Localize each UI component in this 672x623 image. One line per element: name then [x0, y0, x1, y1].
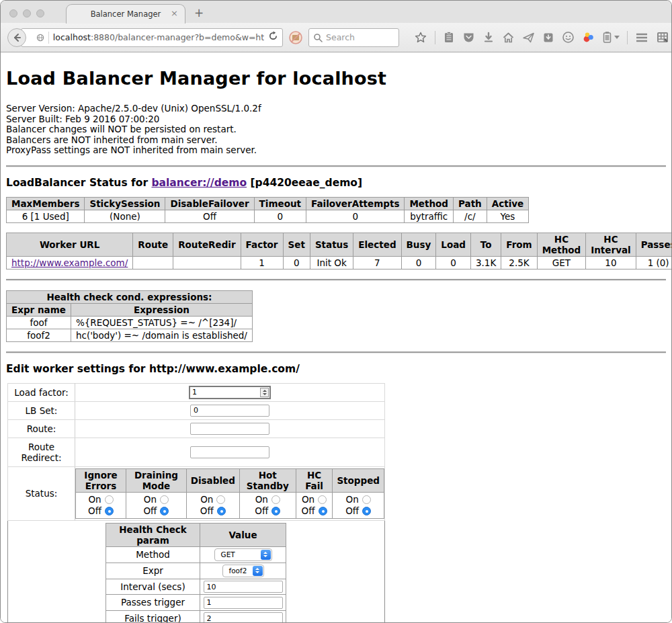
ignore-errors-off-radio[interactable] [105, 507, 114, 515]
route-redirect-input[interactable] [190, 446, 269, 458]
stopped-on-radio[interactable] [362, 495, 371, 504]
loadbalancer-status-heading: LoadBalancer Status for balancer://demo … [6, 177, 666, 189]
col-from: From [501, 233, 537, 256]
home-icon[interactable] [502, 32, 515, 44]
clipboard-icon[interactable] [443, 31, 455, 44]
cell-timeout: 0 [254, 210, 306, 222]
route-input[interactable] [190, 423, 269, 435]
col-set: Set [283, 233, 310, 256]
select-stepper-icon [261, 550, 271, 560]
worker-url-link[interactable]: http://www.example.com/ [11, 257, 128, 268]
col-stickysession: StickySession [85, 197, 165, 210]
save-page-icon[interactable] [542, 32, 554, 44]
cell-to: 3.1K [470, 256, 501, 269]
method-select[interactable]: GET [214, 548, 272, 561]
lb-set-input[interactable] [190, 405, 269, 417]
col-failoverattempts: FailoverAttempts [306, 197, 405, 210]
back-button[interactable] [7, 28, 26, 47]
cell-expr-name: foof2 [7, 329, 71, 341]
grid-icon[interactable] [656, 31, 669, 44]
interval-input[interactable] [204, 581, 283, 593]
cell-elected: 7 [353, 256, 401, 269]
smiley-icon[interactable] [562, 31, 575, 44]
col-value: Value [200, 523, 286, 546]
fails-input[interactable] [204, 612, 283, 622]
colored-dots-icon[interactable] [582, 31, 595, 44]
expr-select[interactable]: foof2 [222, 565, 264, 577]
close-tab-icon[interactable]: × [171, 9, 178, 17]
col-method: Method [405, 197, 454, 210]
worker-status-table: Worker URL Route RouteRedir Factor Set S… [6, 233, 671, 269]
search-icon [313, 33, 323, 42]
col-elected: Elected [353, 233, 401, 256]
battery-clipboard-button[interactable] [602, 31, 620, 44]
close-window-button[interactable] [9, 9, 17, 17]
method-selected-value: GET [221, 550, 235, 558]
draining-mode-off-radio[interactable] [160, 507, 169, 515]
block-icon [288, 30, 303, 45]
search-bar[interactable]: Search [308, 28, 399, 47]
number-spinner[interactable] [260, 388, 269, 397]
pocket-icon[interactable] [462, 31, 475, 44]
on-label: On [88, 494, 101, 505]
table-header-row: Health Check param Value [106, 523, 286, 546]
load-factor-input[interactable]: 1 [189, 386, 271, 399]
form-row-route: Route: [8, 419, 385, 438]
window-controls[interactable] [9, 9, 44, 17]
minimize-window-button[interactable] [23, 9, 31, 17]
new-tab-button[interactable]: + [194, 6, 204, 19]
draining-mode-on-radio[interactable] [160, 495, 169, 504]
hot-standby-off-radio[interactable] [271, 507, 280, 515]
balancer-status-table: MaxMembers StickySession DisableFailover… [6, 197, 529, 223]
cell-load: 0 [436, 256, 471, 269]
hc-fail-off-radio[interactable] [319, 507, 327, 515]
passes-input[interactable] [204, 597, 283, 609]
page-title: Load Balancer Manager for localhost [6, 68, 666, 89]
hot-standby-on-radio[interactable] [271, 495, 280, 504]
col-routeredir: RouteRedir [173, 233, 241, 256]
battery-clipboard-icon [602, 31, 612, 44]
col-ignore-errors: Ignore Errors [76, 468, 126, 492]
url-text[interactable]: localhost:8880/balancer-manager?b=demo&w… [53, 32, 264, 42]
globe-icon [36, 32, 44, 43]
off-label: Off [88, 505, 101, 516]
cell-hc-method: GET [537, 256, 586, 269]
tab-title: Balancer Manager [91, 9, 161, 19]
off-label: Off [255, 505, 268, 516]
send-icon[interactable] [522, 32, 535, 44]
bookmark-star-icon[interactable] [414, 31, 427, 44]
col-worker-url: Worker URL [7, 233, 133, 256]
cell-expr-name: foof [7, 316, 71, 329]
col-factor: Factor [241, 233, 283, 256]
hc-fail-on-radio[interactable] [318, 495, 327, 504]
balancer-link[interactable]: balancer://demo [151, 177, 247, 189]
url-bar[interactable]: localhost:8880/balancer-manager?b=demo&w… [21, 28, 283, 47]
stopped-off-radio[interactable] [362, 507, 371, 515]
chevron-down-icon [614, 36, 620, 39]
divider [6, 165, 666, 167]
content-blocker-button[interactable] [288, 30, 303, 45]
cell-factor: 1 [241, 256, 283, 269]
disabled-off-radio[interactable] [217, 507, 226, 515]
col-stopped: Stopped [333, 468, 384, 492]
disabled-on-radio[interactable] [216, 495, 225, 504]
cell-stickysession: (None) [85, 210, 165, 222]
method-label: Method [106, 546, 200, 563]
on-label: On [200, 494, 213, 505]
zoom-window-button[interactable] [36, 9, 44, 17]
ignore-errors-on-radio[interactable] [105, 495, 114, 504]
tab-balancer-manager[interactable]: Balancer Manager × [66, 4, 185, 24]
col-disabled: Disabled [186, 468, 239, 492]
reload-button[interactable] [268, 31, 278, 44]
cell-failoverattempts: 0 [306, 210, 405, 222]
menu-icon[interactable] [635, 32, 648, 43]
server-info: Server Version: Apache/2.5.0-dev (Unix) … [6, 103, 666, 156]
table-header-row: Ignore Errors Draining Mode Disabled Hot… [76, 468, 384, 492]
divider [6, 351, 666, 354]
inherit-notice-line: Balancers are NOT inherited from main se… [6, 135, 666, 146]
form-row-hc-params: Health Check param Value Method GET Expr [8, 520, 385, 622]
download-icon[interactable] [482, 32, 495, 44]
hc-fails-row: Fails trigger) [106, 610, 286, 622]
divider [6, 279, 666, 281]
form-row-route-redirect: Route Redirect: [8, 438, 385, 466]
